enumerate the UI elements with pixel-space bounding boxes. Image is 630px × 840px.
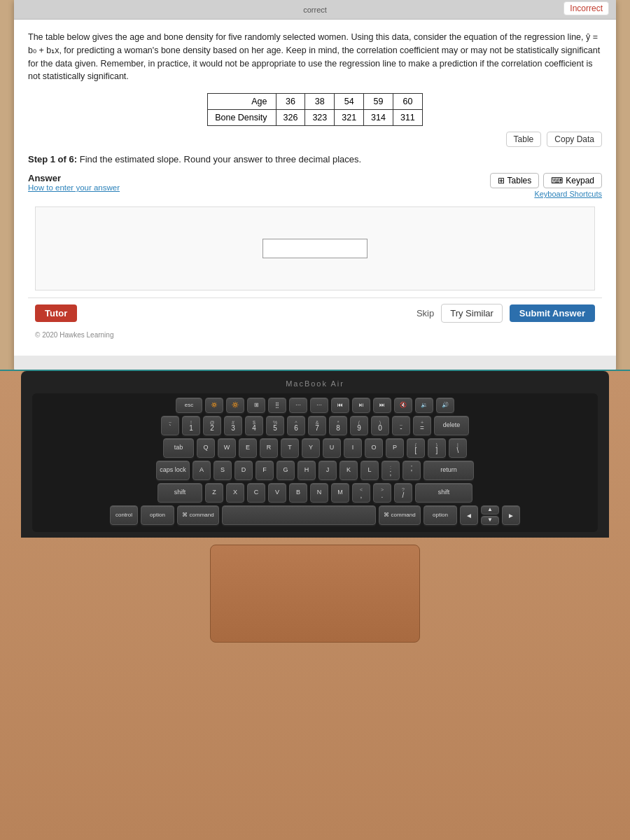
age-label: Age: [208, 94, 276, 110]
key-p[interactable]: P: [386, 438, 404, 458]
number-row: ~` !1 @2 #3 $4 %5 ^6 &7 *8 (9 )0 _- += d…: [38, 416, 592, 435]
key-shift-l[interactable]: shift: [158, 483, 202, 503]
key-y[interactable]: Y: [302, 438, 320, 458]
key-f3[interactable]: ⊞: [247, 398, 265, 413]
key-f[interactable]: F: [255, 461, 274, 480]
key-option-r[interactable]: option: [424, 505, 457, 525]
key-f11[interactable]: 🔉: [415, 398, 433, 413]
answer-title: Answer: [28, 173, 120, 183]
key-7[interactable]: &7: [308, 416, 326, 435]
key-backslash[interactable]: |\: [449, 438, 467, 458]
key-q[interactable]: Q: [197, 438, 215, 458]
key-arrow-right[interactable]: ►: [502, 505, 520, 525]
key-o[interactable]: O: [365, 438, 383, 458]
bottom-actions: Skip Try Similar Submit Answer: [416, 304, 595, 323]
key-2[interactable]: @2: [203, 416, 221, 435]
key-delete[interactable]: delete: [434, 416, 469, 435]
key-g[interactable]: G: [276, 461, 295, 480]
key-equals[interactable]: +=: [413, 416, 431, 435]
key-m[interactable]: M: [331, 483, 349, 503]
try-similar-button[interactable]: Try Similar: [441, 304, 503, 323]
key-caps[interactable]: caps lock: [156, 461, 190, 480]
bottom-row: control option ⌘ command ⌘ command optio…: [38, 505, 592, 525]
key-k[interactable]: K: [340, 461, 358, 480]
key-j[interactable]: J: [318, 461, 337, 480]
key-l[interactable]: L: [360, 461, 379, 480]
key-1[interactable]: !1: [182, 416, 200, 435]
key-i[interactable]: I: [344, 438, 362, 458]
key-d[interactable]: D: [234, 461, 253, 480]
key-b[interactable]: B: [289, 483, 307, 503]
key-quote[interactable]: "': [402, 461, 421, 480]
density-val-1: 326: [276, 110, 305, 126]
key-t[interactable]: T: [281, 438, 299, 458]
key-f1[interactable]: 🔅: [205, 398, 223, 413]
key-arrow-up[interactable]: ▲: [481, 505, 499, 514]
tutor-button[interactable]: Tutor: [35, 304, 77, 322]
key-3[interactable]: #3: [224, 416, 242, 435]
key-8[interactable]: *8: [329, 416, 347, 435]
key-bracket-l[interactable]: {[: [407, 438, 425, 458]
density-val-3: 321: [335, 110, 364, 126]
skip-button[interactable]: Skip: [416, 308, 434, 318]
key-4[interactable]: $4: [245, 416, 263, 435]
key-f2[interactable]: 🔆: [226, 398, 244, 413]
density-val-2: 323: [305, 110, 335, 126]
trackpad[interactable]: [210, 545, 420, 643]
key-h[interactable]: H: [298, 461, 316, 480]
answer-hint-link[interactable]: How to enter your answer: [28, 183, 120, 192]
key-f7[interactable]: ⏮: [331, 398, 349, 413]
key-space[interactable]: [222, 505, 376, 525]
answer-input[interactable]: [262, 239, 368, 258]
key-w[interactable]: W: [218, 438, 236, 458]
key-option-l[interactable]: option: [141, 505, 174, 525]
key-r[interactable]: R: [260, 438, 278, 458]
key-0[interactable]: )0: [371, 416, 389, 435]
key-f6[interactable]: ⋯: [310, 398, 328, 413]
key-f12[interactable]: 🔊: [436, 398, 454, 413]
key-period[interactable]: >.: [373, 483, 391, 503]
key-e[interactable]: E: [239, 438, 257, 458]
key-u[interactable]: U: [323, 438, 341, 458]
key-n[interactable]: N: [310, 483, 328, 503]
age-val-2: 38: [305, 94, 335, 110]
key-tab[interactable]: tab: [163, 438, 194, 458]
answer-left: Answer How to enter your answer: [28, 173, 120, 192]
key-9[interactable]: (9: [350, 416, 368, 435]
key-backtick[interactable]: ~`: [161, 416, 179, 435]
key-5[interactable]: %5: [266, 416, 284, 435]
key-z[interactable]: Z: [205, 483, 223, 503]
key-shift-r[interactable]: shift: [415, 483, 472, 503]
fn-row: esc 🔅 🔆 ⊞ ⣿ ⋯ ⋯ ⏮ ⏯ ⏭ 🔇 🔉 🔊: [38, 398, 592, 413]
key-6[interactable]: ^6: [287, 416, 305, 435]
key-command-r[interactable]: ⌘ command: [379, 505, 421, 525]
key-arrow-down[interactable]: ▼: [481, 516, 499, 525]
key-f5[interactable]: ⋯: [289, 398, 307, 413]
keypad-icon: ⌨: [551, 176, 563, 186]
key-f10[interactable]: 🔇: [394, 398, 412, 413]
tables-button[interactable]: ⊞ Tables: [490, 173, 540, 188]
key-slash[interactable]: ?/: [394, 483, 412, 503]
key-s[interactable]: S: [214, 461, 232, 480]
key-arrow-left[interactable]: ◄: [460, 505, 478, 525]
keyboard-shortcuts-link[interactable]: Keyboard Shortcuts: [490, 190, 602, 198]
key-f9[interactable]: ⏭: [373, 398, 391, 413]
key-f8[interactable]: ⏯: [352, 398, 370, 413]
key-x[interactable]: X: [226, 483, 244, 503]
key-a[interactable]: A: [192, 461, 211, 480]
key-bracket-r[interactable]: }]: [428, 438, 446, 458]
key-v[interactable]: V: [268, 483, 286, 503]
key-minus[interactable]: _-: [392, 416, 410, 435]
key-command-l[interactable]: ⌘ command: [177, 505, 219, 525]
submit-button[interactable]: Submit Answer: [510, 304, 595, 322]
key-return[interactable]: return: [424, 461, 474, 480]
key-semicolon[interactable]: :;: [382, 461, 400, 480]
key-control-l[interactable]: control: [110, 505, 138, 525]
copy-data-button[interactable]: Copy Data: [547, 132, 602, 147]
key-c[interactable]: C: [247, 483, 265, 503]
key-f4[interactable]: ⣿: [268, 398, 286, 413]
table-button[interactable]: Table: [506, 132, 542, 147]
keypad-button[interactable]: ⌨ Keypad: [543, 173, 602, 188]
key-comma[interactable]: <,: [352, 483, 370, 503]
key-esc[interactable]: esc: [176, 398, 202, 413]
